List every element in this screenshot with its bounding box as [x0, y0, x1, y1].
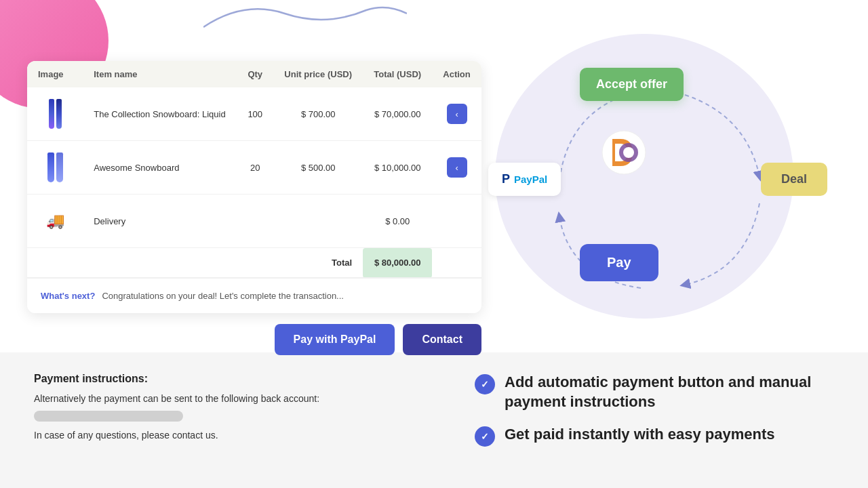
table-row: 🚚 Delivery $ 0.00	[27, 195, 481, 248]
whats-next-text: Congratulations on your deal! Let's comp…	[102, 291, 344, 301]
item-name-cell-2: Awesome Snowboard	[83, 141, 237, 195]
qty-cell-2: 20	[237, 141, 273, 195]
feature-text-1: Add automatic payment button and manual …	[505, 373, 841, 411]
liquid-boards-icon	[49, 99, 62, 129]
total-value: $ 80,000.00	[363, 248, 432, 278]
left-panel: Image Item name Qty Unit price (USD) Tot…	[27, 61, 481, 355]
center-logo-svg	[600, 129, 648, 176]
total-cell-2: $ 10,000.00	[363, 141, 432, 195]
delivery-image: 🚚	[38, 204, 72, 238]
accept-offer-node: Accept offer	[580, 68, 684, 101]
contact-button[interactable]: Contact	[403, 324, 481, 355]
col-image: Image	[27, 61, 83, 87]
awesome-boards-icon	[47, 152, 63, 182]
board-stick-2	[56, 99, 62, 129]
feature-item-2: Get paid instantly with easy payments	[475, 425, 841, 447]
table-header-row: Image Item name Qty Unit price (USD) Tot…	[27, 61, 481, 87]
check-icon-2	[475, 426, 495, 447]
product-image-cell-3: 🚚	[27, 195, 83, 248]
paypal-text: PayPal	[514, 174, 547, 185]
item-name-cell-3: Delivery	[83, 195, 237, 248]
action-button-1[interactable]: ‹	[447, 104, 467, 124]
qty-cell-1: 100	[237, 87, 273, 141]
payment-instructions-panel: Payment instructions: Alternatively the …	[0, 352, 448, 488]
total-spacer	[27, 248, 273, 278]
whats-next-label: What's next?	[41, 291, 95, 301]
pay-with-paypal-button[interactable]: Pay with PayPal	[275, 324, 395, 355]
feature-item-1: Add automatic payment button and manual …	[475, 373, 841, 411]
unit-price-cell-2: $ 500.00	[273, 141, 363, 195]
qty-cell-3	[237, 195, 273, 248]
payment-instructions-title: Payment instructions:	[34, 373, 414, 385]
blue-wave-decoration	[203, 0, 407, 41]
col-total: Total (USD)	[363, 61, 432, 87]
paypal-p-icon: P	[502, 172, 510, 186]
table-row: Awesome Snowboard 20 $ 500.00 $ 10,000.0…	[27, 141, 481, 195]
product-image-cell-2	[27, 141, 83, 195]
deal-node: Deal	[761, 163, 827, 196]
board-stick-1	[49, 99, 54, 129]
payment-alt-text: Alternatively the payment can be sent to…	[34, 393, 414, 404]
col-unit-price: Unit price (USD)	[273, 61, 363, 87]
pay-node: Pay	[580, 244, 658, 281]
awesome-board-1	[47, 152, 54, 182]
action-button-2[interactable]: ‹	[447, 157, 467, 178]
features-panel: Add automatic payment button and manual …	[448, 352, 868, 488]
col-item-name: Item name	[83, 61, 237, 87]
invoice-table: Image Item name Qty Unit price (USD) Tot…	[27, 61, 481, 278]
total-cell-1: $ 70,000.00	[363, 87, 432, 141]
total-cell-3: $ 0.00	[363, 195, 432, 248]
total-row: Total $ 80,000.00	[27, 248, 481, 278]
action-buttons: Pay with PayPal Contact	[27, 324, 481, 355]
product-image-cell	[27, 87, 83, 141]
payment-contact-text: In case of any questions, please contact…	[34, 430, 414, 441]
item-name-cell-1: The Collection Snowboard: Liquid	[83, 87, 237, 141]
product-image-awesome	[38, 150, 72, 184]
diagram-panel: Accept offer Deal Pay P PayPal	[475, 14, 841, 339]
bottom-section: Payment instructions: Alternatively the …	[0, 352, 868, 488]
table-row: The Collection Snowboard: Liquid 100 $ 7…	[27, 87, 481, 141]
paypal-node: P PayPal	[488, 163, 561, 196]
bank-account-bar	[34, 411, 183, 422]
whats-next-section: What's next? Congratulations on your dea…	[27, 278, 481, 313]
unit-price-cell-1: $ 700.00	[273, 87, 363, 141]
svg-point-3	[623, 147, 634, 158]
total-label: Total	[273, 248, 363, 278]
col-qty: Qty	[237, 61, 273, 87]
product-image-liquid	[38, 97, 72, 131]
check-icon-1	[475, 374, 495, 394]
awesome-board-2	[56, 152, 63, 182]
center-logo-node	[593, 122, 654, 183]
invoice-card: Image Item name Qty Unit price (USD) Tot…	[27, 61, 481, 313]
delivery-truck-icon: 🚚	[46, 212, 64, 230]
unit-price-cell-3	[273, 195, 363, 248]
feature-text-2: Get paid instantly with easy payments	[505, 425, 775, 445]
